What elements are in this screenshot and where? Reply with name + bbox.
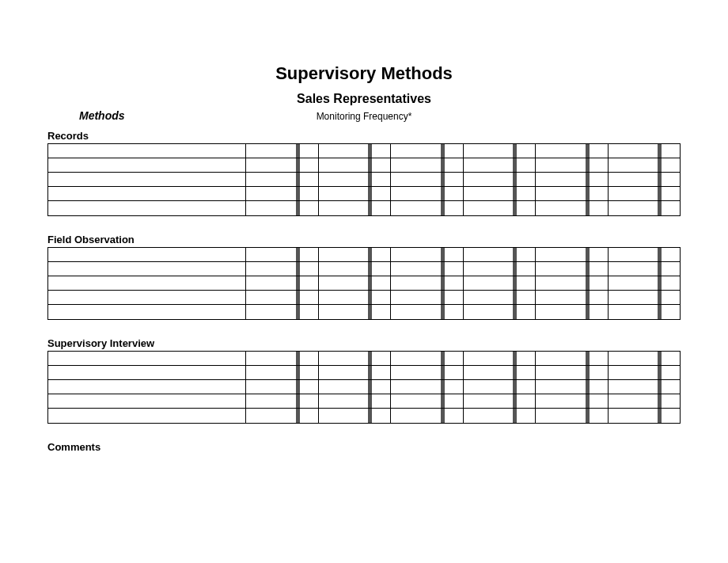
table-row — [48, 144, 680, 158]
frequency-cell — [609, 305, 681, 319]
frequency-cell — [391, 144, 464, 158]
frequency-cell — [391, 201, 464, 215]
method-cell — [48, 394, 246, 408]
frequency-cell — [391, 262, 464, 276]
section-label-comments: Comments — [47, 441, 681, 453]
frequency-cell — [464, 409, 537, 423]
frequency-cell — [319, 291, 392, 304]
frequency-cell — [464, 352, 537, 365]
frequency-cell — [609, 144, 681, 158]
frequency-cell — [319, 158, 392, 172]
frequency-cell — [246, 409, 319, 423]
frequency-cell — [609, 394, 681, 408]
method-cell — [48, 305, 246, 319]
frequency-cell — [609, 380, 681, 394]
frequency-cell — [536, 276, 609, 290]
table-row — [48, 187, 680, 201]
table-row — [48, 366, 680, 380]
frequency-cell — [319, 366, 392, 379]
frequency-cell — [319, 409, 392, 423]
frequency-cell — [391, 276, 464, 290]
frequency-cell — [609, 248, 681, 261]
table-row — [48, 305, 680, 319]
section-label-records: Records — [47, 130, 681, 142]
frequency-cell — [464, 248, 537, 261]
frequency-cell — [246, 380, 319, 394]
frequency-cell — [391, 352, 464, 365]
frequency-cell — [319, 305, 392, 319]
frequency-cell — [391, 394, 464, 408]
frequency-cell — [391, 291, 464, 304]
frequency-cell — [536, 248, 609, 261]
page-subtitle: Sales Representatives — [47, 92, 681, 106]
column-header-row: Methods Monitoring Frequency* — [47, 109, 681, 124]
method-cell — [48, 352, 246, 365]
frequency-cell — [536, 262, 609, 276]
grid-interview — [47, 351, 681, 424]
frequency-cell — [319, 352, 392, 365]
method-cell — [48, 144, 246, 158]
frequency-cell — [464, 201, 537, 215]
table-row — [48, 394, 680, 409]
table-row — [48, 158, 680, 173]
frequency-heading: Monitoring Frequency* — [47, 109, 681, 124]
frequency-cell — [609, 173, 681, 186]
frequency-cell — [536, 366, 609, 379]
frequency-cell — [609, 262, 681, 276]
frequency-cell — [391, 380, 464, 394]
method-cell — [48, 248, 246, 261]
frequency-cell — [464, 144, 537, 158]
section-label-interview: Supervisory Interview — [47, 337, 681, 349]
frequency-cell — [246, 144, 319, 158]
frequency-cell — [319, 201, 392, 215]
frequency-cell — [536, 394, 609, 408]
frequency-cell — [464, 276, 537, 290]
frequency-cell — [464, 291, 537, 304]
frequency-cell — [464, 305, 537, 319]
frequency-cell — [319, 248, 392, 261]
frequency-cell — [464, 380, 537, 394]
frequency-cell — [464, 366, 537, 379]
frequency-cell — [536, 201, 609, 215]
frequency-cell — [536, 409, 609, 423]
method-cell — [48, 187, 246, 200]
document-page: Supervisory Methods Sales Representative… — [0, 0, 728, 470]
frequency-cell — [536, 291, 609, 304]
frequency-cell — [391, 248, 464, 261]
table-row — [48, 276, 680, 291]
frequency-cell — [246, 276, 319, 290]
table-row — [48, 352, 680, 366]
frequency-cell — [246, 158, 319, 172]
frequency-cell — [536, 305, 609, 319]
frequency-cell — [609, 201, 681, 215]
frequency-cell — [246, 366, 319, 379]
table-row — [48, 201, 680, 215]
method-cell — [48, 158, 246, 172]
frequency-cell — [246, 173, 319, 186]
table-row — [48, 262, 680, 276]
frequency-cell — [536, 158, 609, 172]
frequency-cell — [609, 409, 681, 423]
frequency-cell — [609, 276, 681, 290]
method-cell — [48, 380, 246, 394]
page-title: Supervisory Methods — [47, 63, 681, 84]
methods-heading: Methods — [79, 109, 125, 122]
frequency-cell — [464, 187, 537, 200]
frequency-cell — [391, 173, 464, 186]
method-cell — [48, 262, 246, 276]
frequency-cell — [609, 187, 681, 200]
method-cell — [48, 366, 246, 379]
table-row — [48, 248, 680, 262]
frequency-cell — [464, 158, 537, 172]
frequency-cell — [609, 366, 681, 379]
frequency-cell — [319, 187, 392, 200]
frequency-cell — [464, 394, 537, 408]
frequency-cell — [464, 262, 537, 276]
frequency-cell — [536, 380, 609, 394]
frequency-cell — [391, 305, 464, 319]
frequency-cell — [246, 187, 319, 200]
frequency-cell — [246, 201, 319, 215]
frequency-cell — [246, 291, 319, 304]
table-row — [48, 409, 680, 423]
frequency-cell — [391, 409, 464, 423]
